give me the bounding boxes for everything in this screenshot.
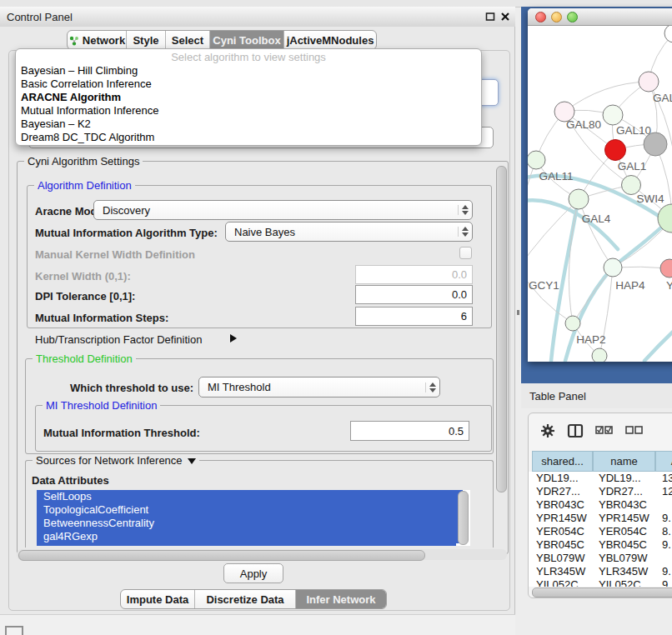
dropdown-prompt: Select algorithm to view settings xyxy=(16,51,481,64)
aracne-mode-combo[interactable]: Discovery xyxy=(93,200,473,220)
table-row[interactable]: YDL19...YDL19...13 xyxy=(531,472,672,485)
which-threshold-value: MI Threshold xyxy=(199,381,425,393)
dropdown-item[interactable]: Dream8 DC_TDC Algorithm xyxy=(16,131,481,144)
mi-type-label: Mutual Information Algorithm Type: xyxy=(35,227,218,239)
data-attributes-list: SelfLoops TopologicalCoefficient Between… xyxy=(37,490,470,546)
attribute-item[interactable]: gal4RGexp xyxy=(37,530,463,543)
settings-horizontal-scrollbar[interactable] xyxy=(18,550,425,561)
mi-threshold-field[interactable]: 0.5 xyxy=(350,421,469,441)
sources-group-title: Sources for Network Inference xyxy=(33,454,199,467)
svg-text:GAL4: GAL4 xyxy=(582,212,611,225)
control-panel-title: Control Panel xyxy=(7,11,73,23)
which-threshold-label: Which threshold to use: xyxy=(70,382,193,394)
table-row[interactable]: YPR145WYPR145W9. xyxy=(531,512,672,525)
table-row[interactable]: YBR045CYBR045C9. xyxy=(531,538,672,552)
tab-network-label: Network xyxy=(83,34,125,47)
svg-text:HAP4: HAP4 xyxy=(615,279,645,292)
attributes-scrollbar[interactable] xyxy=(458,491,469,545)
table-row[interactable]: YDR27...YDR27...12 xyxy=(531,485,672,498)
network-canvas[interactable]: GAL GAL80 GAL10 GAL11 GAL1 GAL4 SWI4 GCY… xyxy=(528,26,672,362)
collapse-arrow-icon[interactable] xyxy=(188,458,196,464)
dpi-tolerance-label: DPI Tolerance [0,1]: xyxy=(35,290,135,302)
network-node[interactable] xyxy=(592,348,607,362)
manual-kernel-checkbox[interactable] xyxy=(459,247,472,259)
network-window-titlebar[interactable] xyxy=(528,8,672,26)
network-node-gal11[interactable] xyxy=(528,151,545,169)
bottom-strip xyxy=(0,614,515,635)
network-icon xyxy=(68,35,79,46)
network-node-gal4[interactable] xyxy=(569,189,589,209)
network-node-salmon[interactable] xyxy=(660,259,672,278)
gear-icon[interactable] xyxy=(540,423,555,438)
mi-threshold-group-title: MI Threshold Definition xyxy=(43,399,160,412)
combo-arrows-icon xyxy=(458,227,472,237)
network-node-hap2[interactable] xyxy=(565,316,580,331)
minimize-traffic-light[interactable] xyxy=(551,12,562,22)
which-threshold-combo[interactable]: MI Threshold xyxy=(198,377,440,398)
threshold-definition-title: Threshold Definition xyxy=(33,352,136,365)
column-header-extra[interactable]: A xyxy=(655,451,672,472)
dpi-tolerance-field[interactable]: 0.0 xyxy=(355,285,473,304)
table-horizontal-scrollbar[interactable] xyxy=(532,588,672,598)
combo-arrows-icon xyxy=(458,205,472,215)
mi-threshold-label: Mutual Information Threshold: xyxy=(43,427,200,439)
network-node[interactable] xyxy=(639,72,659,92)
attribute-item[interactable]: BetweennessCentrality xyxy=(37,517,463,530)
attribute-item[interactable]: TopologicalCoefficient xyxy=(37,503,463,517)
mi-steps-field[interactable]: 6 xyxy=(355,307,473,326)
tab-style[interactable]: Style xyxy=(127,31,166,49)
dropdown-item[interactable]: Bayesian – Hill Climbing xyxy=(16,64,481,78)
dropdown-item[interactable]: Mutual Information Inference xyxy=(16,104,481,118)
tab-impute-data[interactable]: Impute Data xyxy=(121,590,195,608)
dropdown-item[interactable]: Bayesian – K2 xyxy=(16,118,481,131)
attribute-item[interactable]: SelfLoops xyxy=(37,490,463,503)
tab-cyni-toolbox[interactable]: Cyni Toolbox xyxy=(210,31,284,49)
svg-text:GCY1: GCY1 xyxy=(529,279,559,292)
tab-discretize-data[interactable]: Discretize Data xyxy=(195,590,296,608)
settings-vertical-scrollbar[interactable] xyxy=(496,166,507,492)
table-row[interactable]: YER054CYER054C8. xyxy=(531,525,672,538)
svg-text:SWI4: SWI4 xyxy=(636,192,664,205)
control-panel-titlebar: Control Panel xyxy=(0,7,515,28)
dropdown-item-selected[interactable]: ARACNE Algorithm xyxy=(16,91,481,104)
table-row[interactable]: YBL079WYBL079W xyxy=(531,552,672,565)
network-window: GAL GAL80 GAL10 GAL11 GAL1 GAL4 SWI4 GCY… xyxy=(528,8,672,362)
apply-button[interactable]: Apply xyxy=(223,563,283,583)
network-node-hap4[interactable] xyxy=(604,258,622,277)
table-row[interactable]: YBR043CYBR043C xyxy=(531,498,672,512)
hub-definition-label: Hub/Transcription Factor Definition xyxy=(35,333,202,346)
svg-text:GAL: GAL xyxy=(653,92,672,104)
tab-infer-network[interactable]: Infer Network xyxy=(296,590,386,608)
settings-group-title: Cyni Algorithm Settings xyxy=(24,155,143,168)
svg-text:GAL1: GAL1 xyxy=(618,160,647,172)
algorithm-dropdown-popup: Select algorithm to view settings Bayesi… xyxy=(15,48,482,146)
tab-network[interactable]: Network xyxy=(68,31,127,49)
tab-jactivemnodules[interactable]: jActiveMNodules xyxy=(284,31,376,49)
network-node-red[interactable] xyxy=(605,140,626,161)
mi-type-combo[interactable]: Naive Bayes xyxy=(225,222,473,242)
close-icon[interactable] xyxy=(500,12,510,22)
network-node-gal10[interactable] xyxy=(603,105,623,125)
columns-icon[interactable] xyxy=(567,423,584,438)
zoom-traffic-light[interactable] xyxy=(567,12,578,22)
select-all-icon[interactable] xyxy=(595,425,614,437)
application-window: Control Panel Network Style Select xyxy=(0,0,672,635)
close-traffic-light[interactable] xyxy=(535,12,546,22)
network-node[interactable] xyxy=(664,26,672,42)
attribute-item-partial xyxy=(37,543,456,546)
float-window-icon[interactable] xyxy=(485,12,495,22)
column-header-shared[interactable]: shared... xyxy=(532,451,593,472)
combo-arrows-icon xyxy=(425,382,439,392)
splitter-handle[interactable] xyxy=(517,310,519,315)
table-row[interactable]: YLR345WYLR345W9. xyxy=(531,565,672,578)
deselect-all-icon[interactable] xyxy=(625,425,644,437)
expand-arrow-icon[interactable] xyxy=(230,334,237,342)
column-header-name[interactable]: name xyxy=(593,451,655,472)
svg-text:GAL11: GAL11 xyxy=(539,170,573,182)
kernel-width-field[interactable]: 0.0 xyxy=(355,265,473,284)
svg-text:GAL10: GAL10 xyxy=(616,124,651,137)
tab-select[interactable]: Select xyxy=(166,31,210,49)
dropdown-item[interactable]: Basic Correlation Inference xyxy=(16,78,481,91)
dock-panel-icon[interactable] xyxy=(5,626,23,635)
table-row[interactable]: YIL052CYIL052C9 xyxy=(531,578,672,587)
